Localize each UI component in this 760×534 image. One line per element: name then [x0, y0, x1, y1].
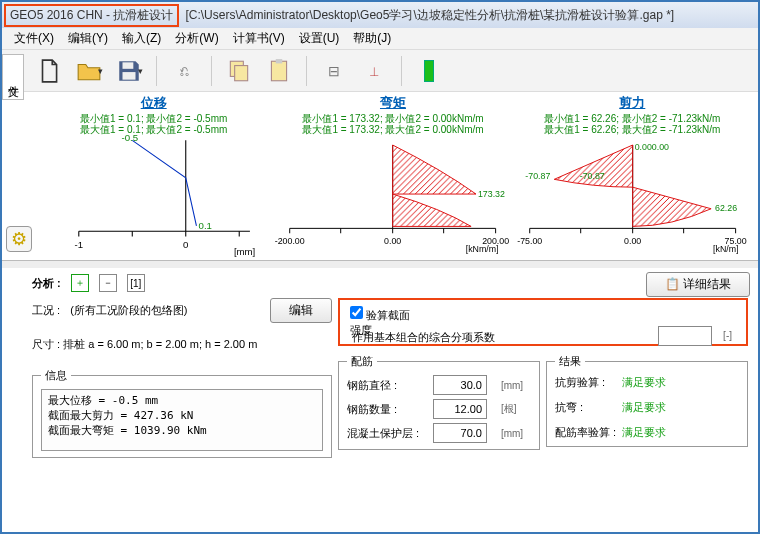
shear-result: 满足要求 [622, 375, 739, 390]
app-name: GEO5 2016 CHN - 抗滑桩设计 [4, 4, 179, 27]
file-path: [C:\Users\Administrator\Desktop\Geo5学习\边… [179, 7, 674, 24]
add-icon[interactable]: ＋ [71, 274, 89, 292]
svg-text:[mm]: [mm] [234, 246, 255, 257]
cnt-input[interactable] [433, 399, 487, 419]
svg-text:0.1: 0.1 [199, 220, 212, 231]
cnt-label: 钢筋数量 : [347, 402, 427, 417]
result-legend: 结果 [555, 354, 585, 369]
ratio-result: 满足要求 [622, 425, 739, 440]
info-legend: 信息 [41, 368, 71, 383]
svg-rect-4 [271, 61, 286, 81]
menu-help[interactable]: 帮助(J) [349, 28, 395, 49]
menu-report[interactable]: 计算书(V) [229, 28, 289, 49]
svg-text:0.000.00: 0.000.00 [634, 142, 668, 152]
dia-label: 钢筋直径 : [347, 378, 427, 393]
new-file-icon[interactable] [32, 54, 66, 88]
chart2-sub: 最小值1 = 173.32; 最小值2 = 0.00kNm/m 最大值1 = 1… [302, 113, 483, 135]
case-value: (所有工况阶段的包络图) [70, 303, 187, 318]
remove-icon[interactable]: － [99, 274, 117, 292]
menubar: 文件(X) 编辑(Y) 输入(Z) 分析(W) 计算书(V) 设置(U) 帮助(… [2, 28, 758, 50]
undo-icon[interactable]: ⎌ [167, 54, 201, 88]
svg-text:-200.00: -200.00 [275, 236, 305, 246]
svg-text:[kNm/m]: [kNm/m] [466, 244, 499, 254]
svg-text:-1: -1 [75, 239, 84, 250]
chart3-title: 剪力 [619, 94, 645, 112]
green-marker-icon[interactable] [412, 54, 446, 88]
chart1-title: 位移 [141, 94, 167, 112]
detail-results-button[interactable]: 📋 详细结果 [646, 272, 750, 297]
index-icon[interactable]: [1] [127, 274, 145, 292]
menu-edit[interactable]: 编辑(Y) [64, 28, 112, 49]
chart2-svg: -200.00 0.00 200.00 [kNm/m] 173.32 [275, 135, 510, 258]
copy-icon[interactable] [222, 54, 256, 88]
svg-text:-0.5: -0.5 [122, 135, 139, 143]
chart2-title: 弯矩 [380, 94, 406, 112]
rebar-legend: 配筋 [347, 354, 377, 369]
case-label: 工况 : [32, 303, 60, 318]
save-icon[interactable]: ▾ [112, 54, 146, 88]
svg-text:62.26: 62.26 [715, 203, 737, 213]
gear-icon[interactable]: ⚙ [6, 226, 32, 252]
info-fieldset: 信息 最大位移 = -0.5 mm 截面最大剪力 = 427.36 kN 截面最… [32, 368, 332, 458]
menu-analysis[interactable]: 分析(W) [171, 28, 222, 49]
svg-rect-1 [122, 72, 135, 80]
menu-settings[interactable]: 设置(U) [295, 28, 344, 49]
coef-label: 作用基本组合的综合分项系数 [352, 330, 495, 345]
chart1-sub: 最小值1 = 0.1; 最小值2 = -0.5mm 最大值1 = 0.1; 最大… [80, 113, 227, 135]
cov-input[interactable] [433, 423, 487, 443]
svg-text:-75.00: -75.00 [517, 236, 542, 246]
open-folder-icon[interactable]: ▾ [72, 54, 106, 88]
dia-input[interactable] [433, 375, 487, 395]
info-box: 最大位移 = -0.5 mm 截面最大剪力 = 427.36 kN 截面最大弯矩… [41, 389, 323, 451]
chart1-svg: -1 0 [mm] -0.5 0.1 [36, 135, 271, 258]
rebar-fieldset: 配筋 钢筋直径 :[mm] 钢筋数量 :[根] 混凝土保护层 :[mm] [338, 354, 540, 450]
size-label: 尺寸 : 排桩 a = 6.00 m; b = 2.00 m; h = 2.00… [32, 337, 332, 352]
svg-text:0: 0 [183, 239, 188, 250]
chart-area: ⚙ 位移 最小值1 = 0.1; 最小值2 = -0.5mm 最大值1 = 0.… [2, 92, 758, 260]
svg-text:0.00: 0.00 [624, 236, 641, 246]
analysis-label: 分析 : [32, 276, 61, 291]
tool1-icon[interactable]: ⊟ [317, 54, 351, 88]
svg-text:[kN/m]: [kN/m] [713, 244, 738, 254]
chart3-sub: 最小值1 = 62.26; 最小值2 = -71.23kN/m 最大值1 = 6… [544, 113, 720, 135]
svg-rect-5 [276, 59, 283, 63]
svg-rect-3 [235, 65, 248, 80]
coef-box: 验算截面强度 作用基本组合的综合分项系数 [-] [338, 298, 748, 346]
toolbar: 文件 ▾ ▾ ⎌ ⊟ ⟂ [2, 50, 758, 92]
svg-rect-0 [122, 62, 133, 69]
result-fieldset: 结果 抗剪验算 :满足要求 抗弯 :满足要求 配筋率验算 :满足要求 [546, 354, 748, 447]
bend-result: 满足要求 [622, 400, 739, 415]
svg-text:173.32: 173.32 [478, 189, 505, 199]
titlebar: GEO5 2016 CHN - 抗滑桩设计 [C:\Users\Administ… [2, 2, 758, 28]
svg-text:-70.87: -70.87 [579, 171, 604, 181]
svg-text:-70.87: -70.87 [525, 171, 550, 181]
cov-label: 混凝土保护层 : [347, 426, 427, 441]
svg-text:0.00: 0.00 [384, 236, 401, 246]
menu-input[interactable]: 输入(Z) [118, 28, 165, 49]
menu-file[interactable]: 文件(X) [10, 28, 58, 49]
edit-button[interactable]: 编辑 [270, 298, 332, 323]
coef-input[interactable] [658, 326, 712, 346]
coef-unit: [-] [723, 330, 732, 341]
tool2-icon[interactable]: ⟂ [357, 54, 391, 88]
chart3-svg: -75.00 0.00 75.00 [kN/m] 0.000.00 -70.87… [515, 135, 750, 258]
paste-icon[interactable] [262, 54, 296, 88]
